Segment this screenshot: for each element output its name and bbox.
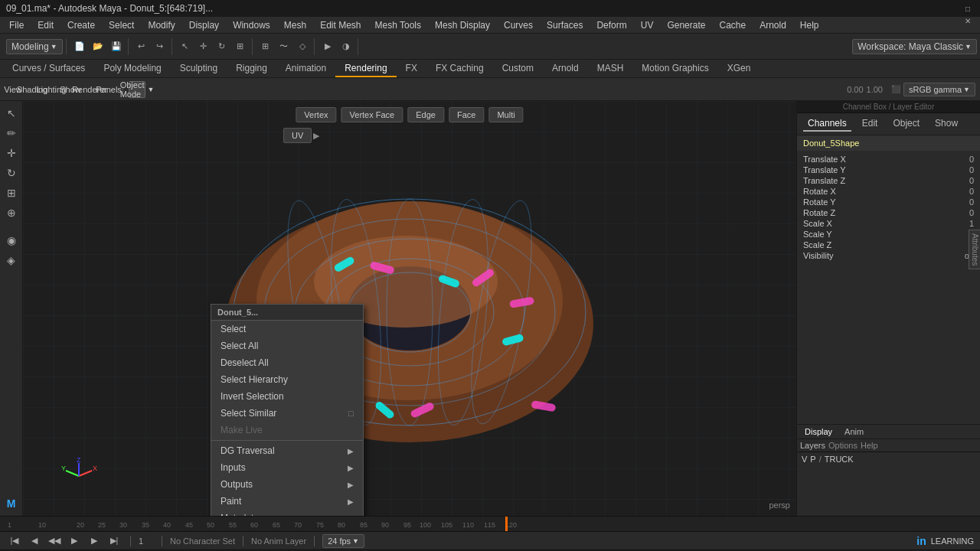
lighting-button[interactable]: Lighting <box>43 81 60 98</box>
object-tab[interactable]: Object <box>888 116 924 132</box>
menu-edit[interactable]: Edit <box>31 18 60 32</box>
tab-fx-caching[interactable]: FX Caching <box>426 60 493 77</box>
undo-button[interactable]: ↩ <box>133 38 150 55</box>
rotate-tool-left[interactable]: ↻ <box>2 164 21 182</box>
scale-tool-button[interactable]: ⊞ <box>232 38 249 55</box>
vertex-face-btn[interactable]: Vertex Face <box>341 107 403 122</box>
menu-help[interactable]: Help <box>794 18 825 32</box>
cb-tx-val[interactable]: 0 <box>969 155 974 164</box>
tab-sculpting[interactable]: Sculpting <box>171 60 227 77</box>
snap-point-button[interactable]: ◇ <box>294 38 311 55</box>
open-file-button[interactable]: 📂 <box>90 38 106 55</box>
rotate-tool-button[interactable]: ↻ <box>214 38 230 55</box>
tab-arnold[interactable]: Arnold <box>543 60 588 77</box>
menu-display[interactable]: Display <box>183 18 225 32</box>
attributes-sidetab[interactable]: Attributes <box>969 230 980 269</box>
menu-mesh[interactable]: Mesh <box>278 18 312 32</box>
snap-tool[interactable]: ◈ <box>2 251 21 269</box>
tab-rigging[interactable]: Rigging <box>227 60 276 77</box>
go-to-end[interactable]: ▶| <box>106 533 122 549</box>
tab-fx[interactable]: FX <box>397 60 426 77</box>
vertex-mode-btn[interactable]: Vertex <box>296 107 336 122</box>
play-fwd[interactable]: ▶ <box>66 533 83 549</box>
multi-mode-btn[interactable]: Multi <box>488 107 523 122</box>
cm-paint[interactable]: Paint ▶ <box>211 493 363 510</box>
menu-cache[interactable]: Cache <box>713 18 752 32</box>
snap-grid-button[interactable]: ⊞ <box>257 38 274 55</box>
layers-sub-help[interactable]: Help <box>861 441 878 450</box>
cm-inputs[interactable]: Inputs ▶ <box>211 459 363 476</box>
tab-motion-graphics[interactable]: Motion Graphics <box>632 60 717 77</box>
anim-tab[interactable]: Anim <box>840 426 868 437</box>
face-mode-btn[interactable]: Face <box>449 107 484 122</box>
universal-tool[interactable]: ⊕ <box>2 204 21 222</box>
go-to-start[interactable]: |◀ <box>6 533 23 549</box>
cm-select-hierarchy[interactable]: Select Hierarchy <box>211 371 363 388</box>
tab-curves-surfaces[interactable]: Curves / Surfaces <box>3 60 94 77</box>
new-file-button[interactable]: 📄 <box>71 38 88 55</box>
menu-generate[interactable]: Generate <box>661 18 711 32</box>
menu-curves[interactable]: Curves <box>498 18 539 32</box>
layer-name[interactable]: TRUCK <box>825 455 854 464</box>
layers-sub-layers[interactable]: Layers <box>800 441 825 450</box>
workspace-dropdown[interactable]: Workspace: Maya Classic ▼ <box>852 39 977 54</box>
cm-outputs[interactable]: Outputs ▶ <box>211 476 363 493</box>
cb-sx-val[interactable]: 1 <box>969 219 974 228</box>
ipr-button[interactable]: ◑ <box>338 38 354 55</box>
snap-curve-button[interactable]: 〜 <box>276 38 292 55</box>
fps-dropdown[interactable]: 24 fps ▼ <box>322 534 364 548</box>
next-frame[interactable]: ▶ <box>86 533 103 549</box>
cb-ry-val[interactable]: 0 <box>969 197 974 207</box>
cb-rz-val[interactable]: 0 <box>969 208 974 217</box>
tab-mash[interactable]: MASH <box>588 60 633 77</box>
scale-tool-left[interactable]: ⊞ <box>2 184 21 202</box>
timeline[interactable]: 1 10 20 25 30 35 40 45 50 55 60 65 70 75… <box>0 516 980 531</box>
select-tool-left[interactable]: ↖ <box>2 104 21 122</box>
close-button[interactable]: ✕ <box>962 15 974 27</box>
cb-ty-val[interactable]: 0 <box>969 165 974 174</box>
object-mode-button[interactable]: Object Mode ▼ <box>129 81 145 98</box>
tab-xgen[interactable]: XGen <box>718 60 760 77</box>
menu-modify[interactable]: Modify <box>142 18 181 32</box>
tab-poly-modeling[interactable]: Poly Modeling <box>94 60 170 77</box>
tab-animation[interactable]: Animation <box>276 60 335 77</box>
menu-mesh-tools[interactable]: Mesh Tools <box>369 18 427 32</box>
select-tool-button[interactable]: ↖ <box>177 38 194 55</box>
panels-button[interactable]: Panels <box>100 81 117 98</box>
cm-select[interactable]: Select <box>211 321 363 337</box>
layer-p[interactable]: P <box>810 455 815 464</box>
gamma-dropdown[interactable]: sRGB gamma ▼ <box>903 83 975 96</box>
paint-tool[interactable]: ✏ <box>2 124 21 142</box>
layer-v[interactable]: V <box>802 455 807 464</box>
redo-button[interactable]: ↪ <box>152 38 168 55</box>
show-tab[interactable]: Show <box>930 116 962 132</box>
edit-tab[interactable]: Edit <box>858 116 883 132</box>
render-button[interactable]: ▶ <box>319 38 336 55</box>
menu-edit-mesh[interactable]: Edit Mesh <box>314 18 367 32</box>
cb-rx-val[interactable]: 0 <box>969 187 974 196</box>
save-file-button[interactable]: 💾 <box>108 38 125 55</box>
viewport[interactable]: Vertex Vertex Face Edge Face Multi UV ▶ … <box>23 101 796 516</box>
menu-deform[interactable]: Deform <box>590 18 632 32</box>
tab-rendering[interactable]: Rendering <box>335 60 396 77</box>
menu-create[interactable]: Create <box>61 18 101 32</box>
menu-windows[interactable]: Windows <box>227 18 276 32</box>
menu-arnold[interactable]: Arnold <box>753 18 792 32</box>
menu-file[interactable]: File <box>3 18 30 32</box>
cm-select-all[interactable]: Select All <box>211 337 363 354</box>
maximize-button[interactable]: □ <box>962 2 974 15</box>
menu-uv[interactable]: UV <box>635 18 660 32</box>
menu-mesh-display[interactable]: Mesh Display <box>429 18 496 32</box>
cb-tz-val[interactable]: 0 <box>969 176 974 185</box>
move-tool-left[interactable]: ✛ <box>2 144 21 162</box>
display-tab[interactable]: Display <box>800 426 837 437</box>
cm-dg-traversal[interactable]: DG Traversal ▶ <box>211 442 363 459</box>
layers-sub-options[interactable]: Options <box>828 441 858 450</box>
cm-invert-selection[interactable]: Invert Selection <box>211 388 363 405</box>
edge-mode-btn[interactable]: Edge <box>407 107 444 122</box>
cm-select-similar[interactable]: Select Similar □ <box>211 405 363 422</box>
uv-btn[interactable]: UV <box>283 128 312 143</box>
tab-custom[interactable]: Custom <box>493 60 543 77</box>
cm-deselect-all[interactable]: Deselect All <box>211 354 363 371</box>
move-tool-button[interactable]: ✛ <box>195 38 212 55</box>
